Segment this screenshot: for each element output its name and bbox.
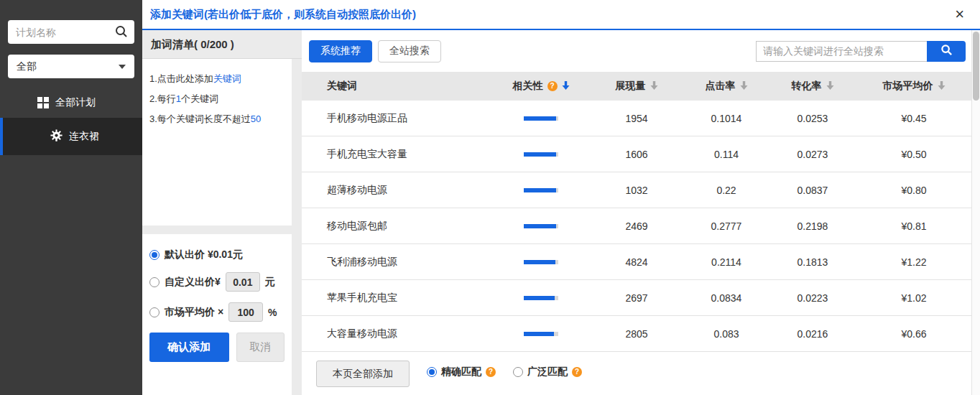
header-relevance[interactable]: 相关性 ? bbox=[493, 80, 589, 93]
plan-sidebar: 全部 全部计划 bbox=[0, 0, 142, 395]
sort-desc-icon[interactable] bbox=[650, 80, 658, 92]
broad-match-radio[interactable] bbox=[513, 367, 523, 377]
scrollbar[interactable] bbox=[971, 30, 980, 395]
price-cell: ¥1.02 bbox=[856, 292, 971, 304]
search-icon bbox=[940, 44, 953, 58]
tab-site-search[interactable]: 全站搜索 bbox=[378, 40, 441, 62]
modal-title: 添加关键词(若出价低于底价，则系统自动按照底价出价) bbox=[150, 8, 416, 22]
relevance-bar bbox=[493, 260, 589, 264]
ctr-cell: 0.22 bbox=[684, 185, 769, 196]
plan-filter-value: 全部 bbox=[17, 60, 37, 73]
keyword-search-input[interactable] bbox=[756, 41, 927, 62]
table-footer: 本页全部添加 精确匹配 ? 广泛匹配 ? bbox=[302, 352, 971, 395]
table-row[interactable]: 手机移动电源正品 1954 0.1014 0.0253 ¥0.45 bbox=[302, 101, 971, 136]
sort-desc-icon[interactable] bbox=[938, 80, 946, 92]
keyword-dialog: 全部 全部计划 bbox=[0, 0, 980, 395]
price-cell: ¥0.45 bbox=[856, 113, 971, 124]
ctr-cell: 0.2777 bbox=[684, 220, 769, 232]
table-body: 手机移动电源正品 1954 0.1014 0.0253 ¥0.45 手机充电宝大… bbox=[302, 101, 971, 352]
relevance-bar bbox=[493, 332, 589, 336]
price-cell: ¥1.22 bbox=[856, 256, 971, 268]
keyword-cell: 飞利浦移动电源 bbox=[302, 256, 493, 269]
cvr-cell: 0.0837 bbox=[769, 185, 856, 196]
modal-titlebar: 添加关键词(若出价低于底价，则系统自动按照底价出价) × bbox=[142, 0, 980, 30]
custom-bid-input[interactable] bbox=[226, 272, 260, 292]
table-row[interactable]: 超薄移动电源 1032 0.22 0.0837 ¥0.80 bbox=[302, 172, 971, 208]
relevance-bar bbox=[493, 224, 589, 228]
table-row[interactable]: 大容量移动电源 2805 0.083 0.0216 ¥0.66 bbox=[302, 316, 971, 352]
table-row[interactable]: 手机充电宝大容量 1606 0.114 0.0273 ¥0.50 bbox=[302, 136, 971, 172]
sidebar-item-campaign[interactable]: 连衣裙 bbox=[0, 118, 142, 155]
help-icon[interactable]: ? bbox=[547, 81, 558, 91]
sidebar-item-all-plans[interactable]: 全部计划 bbox=[0, 88, 142, 118]
ctr-cell: 0.1014 bbox=[684, 113, 769, 124]
header-cvr[interactable]: 转化率 bbox=[769, 80, 856, 93]
scrollbar-thumb[interactable] bbox=[973, 32, 979, 101]
market-price-input[interactable] bbox=[228, 302, 263, 322]
ctr-cell: 0.083 bbox=[684, 328, 769, 340]
cvr-cell: 0.1813 bbox=[769, 256, 856, 268]
impressions-cell: 2805 bbox=[589, 328, 684, 340]
bid-option-default: 默认出价 ¥0.01元 bbox=[149, 248, 285, 261]
price-cell: ¥0.66 bbox=[856, 328, 971, 340]
search-icon[interactable] bbox=[115, 25, 128, 41]
relevance-bar bbox=[493, 296, 589, 300]
exact-match-label: 精确匹配 bbox=[441, 366, 481, 378]
header-market-price[interactable]: 市场平均价 bbox=[856, 80, 971, 93]
header-ctr[interactable]: 点击率 bbox=[684, 80, 769, 93]
keyword-cell: 大容量移动电源 bbox=[302, 327, 493, 340]
cvr-cell: 0.2198 bbox=[769, 220, 856, 232]
bid-options: 默认出价 ¥0.01元 自定义出价¥ 元 市场平均价 × % bbox=[142, 234, 292, 395]
default-bid-label: 默认出价 ¥0.01元 bbox=[165, 248, 243, 261]
sidebar-item-label: 连衣裙 bbox=[69, 130, 99, 143]
tab-system-recommend[interactable]: 系统推荐 bbox=[309, 40, 372, 62]
keyword-cell: 手机移动电源正品 bbox=[302, 112, 493, 125]
market-price-suffix: % bbox=[268, 307, 277, 318]
custom-bid-suffix: 元 bbox=[265, 276, 275, 289]
default-bid-radio[interactable] bbox=[149, 250, 160, 260]
ctr-cell: 0.0834 bbox=[684, 292, 769, 304]
keyword-input-area[interactable]: 1.点击此处添加关键词 2.每行1个关键词 3.每个关键词长度不超过50 bbox=[142, 59, 292, 226]
relevance-bar bbox=[493, 116, 589, 121]
add-all-button[interactable]: 本页全部添加 bbox=[316, 361, 410, 387]
confirm-add-button[interactable]: 确认添加 bbox=[149, 333, 229, 362]
cvr-cell: 0.0253 bbox=[769, 113, 856, 124]
table-row[interactable]: 苹果手机充电宝 2697 0.0834 0.0223 ¥1.02 bbox=[302, 280, 971, 316]
custom-bid-radio[interactable] bbox=[149, 277, 160, 287]
gear-icon bbox=[50, 129, 63, 144]
modal: 添加关键词(若出价低于底价，则系统自动按照底价出价) × 加词清单( 0/200… bbox=[142, 0, 980, 395]
impressions-cell: 2697 bbox=[589, 292, 684, 304]
bid-buttons: 确认添加 取消 bbox=[149, 333, 285, 362]
table-header: 关键词 相关性 ? 展现量 点击率 转化率 bbox=[302, 72, 971, 101]
cancel-button[interactable]: 取消 bbox=[236, 333, 285, 362]
instruction-line: 1.点击此处添加关键词 bbox=[149, 69, 292, 89]
plan-filter-select[interactable]: 全部 bbox=[8, 55, 134, 78]
impressions-cell: 2469 bbox=[589, 220, 684, 232]
close-icon[interactable]: × bbox=[955, 6, 964, 22]
help-icon[interactable]: ? bbox=[572, 367, 582, 377]
chevron-down-icon bbox=[119, 65, 126, 69]
sort-desc-icon-active[interactable] bbox=[562, 80, 570, 92]
ctr-cell: 0.2114 bbox=[684, 256, 769, 268]
header-keyword[interactable]: 关键词 bbox=[302, 80, 493, 93]
sort-desc-icon[interactable] bbox=[826, 80, 834, 92]
market-price-radio[interactable] bbox=[149, 307, 160, 317]
help-icon[interactable]: ? bbox=[486, 367, 496, 377]
impressions-cell: 1606 bbox=[589, 149, 684, 160]
price-cell: ¥0.81 bbox=[856, 220, 971, 232]
header-impressions[interactable]: 展现量 bbox=[589, 80, 684, 93]
grid-icon bbox=[37, 97, 49, 108]
table-row[interactable]: 飞利浦移动电源 4824 0.2114 0.1813 ¥1.22 bbox=[302, 244, 971, 280]
table-row[interactable]: 移动电源包邮 2469 0.2777 0.2198 ¥0.81 bbox=[302, 208, 971, 244]
cvr-cell: 0.0273 bbox=[769, 149, 856, 160]
exact-match-radio[interactable] bbox=[427, 367, 437, 377]
sort-desc-icon[interactable] bbox=[740, 80, 748, 92]
bid-option-market: 市场平均价 × % bbox=[149, 302, 285, 322]
exact-match-option[interactable]: 精确匹配 ? bbox=[427, 366, 496, 378]
impressions-cell: 1032 bbox=[589, 185, 684, 196]
keyword-search-button[interactable] bbox=[927, 41, 966, 62]
sidebar-item-label: 全部计划 bbox=[55, 96, 96, 109]
broad-match-option[interactable]: 广泛匹配 ? bbox=[513, 366, 582, 378]
market-price-label: 市场平均价 × bbox=[165, 306, 223, 319]
relevance-bar bbox=[493, 152, 589, 157]
